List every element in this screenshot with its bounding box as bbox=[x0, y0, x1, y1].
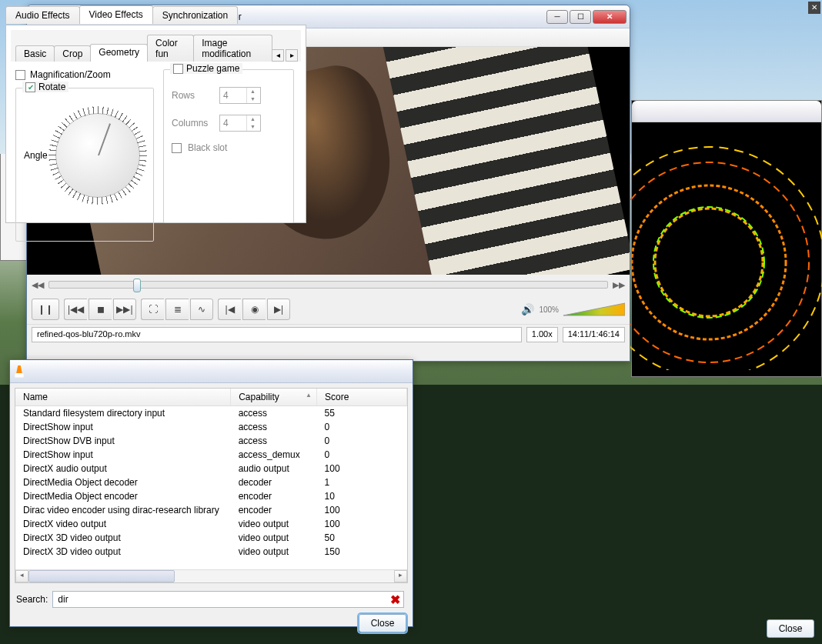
angle-dial[interactable] bbox=[55, 113, 140, 198]
col-name[interactable]: Name bbox=[15, 389, 231, 406]
record-button[interactable]: ◉ bbox=[242, 299, 266, 320]
table-row[interactable]: DirectX 3D video outputvideo output150 bbox=[15, 545, 407, 559]
close-button[interactable]: Close bbox=[359, 614, 406, 632]
close-button[interactable] bbox=[593, 10, 627, 24]
playback-speed[interactable]: 1.00x bbox=[526, 327, 558, 342]
rows-stepper[interactable]: ▲▼ bbox=[219, 87, 261, 104]
modules-table[interactable]: Name Capability▲ Score Standard filesyst… bbox=[15, 388, 408, 583]
vlc-cone-icon bbox=[13, 365, 25, 378]
now-playing-field[interactable]: refined-qos-blu720p-ro.mkv bbox=[32, 327, 522, 342]
columns-stepper[interactable]: ▲▼ bbox=[219, 115, 261, 132]
chevron-down-icon: ▼ bbox=[247, 123, 259, 131]
modules-titlebar[interactable] bbox=[10, 360, 413, 383]
fullscreen-button[interactable]: ⛶ bbox=[141, 299, 164, 320]
col-capability[interactable]: Capability▲ bbox=[231, 389, 317, 406]
rotate-checkbox[interactable] bbox=[25, 82, 35, 92]
svg-point-3 bbox=[609, 162, 809, 362]
speaker-icon[interactable]: 🔊 bbox=[521, 303, 534, 315]
frame-fwd-button[interactable]: ▶| bbox=[267, 299, 290, 320]
stop-button[interactable]: ◼ bbox=[89, 299, 112, 320]
search-label: Search: bbox=[16, 594, 48, 605]
tab-crop[interactable]: Crop bbox=[54, 45, 91, 62]
rows-label: Rows bbox=[172, 90, 213, 101]
table-row[interactable]: DirectShow DVB inputaccess0 bbox=[15, 434, 407, 448]
puzzle-checkbox[interactable] bbox=[173, 64, 183, 74]
chevron-up-icon: ▲ bbox=[247, 88, 259, 95]
tab-video-effects[interactable]: Video Effects bbox=[79, 5, 153, 24]
table-row[interactable]: DirectMedia Object decoderdecoder1 bbox=[15, 475, 407, 489]
close-button[interactable]: Close bbox=[767, 619, 814, 638]
table-row[interactable]: Dirac video encoder using dirac-research… bbox=[15, 503, 407, 517]
table-row[interactable]: DirectX audio outputaudio output100 bbox=[15, 462, 407, 475]
chevron-down-icon: ▼ bbox=[247, 95, 259, 103]
columns-label: Columns bbox=[172, 118, 213, 128]
scroll-thumb[interactable] bbox=[28, 570, 175, 582]
seek-fwd-icon[interactable]: ▶▶ bbox=[613, 280, 625, 290]
modules-window: Name Capability▲ Score Standard filesyst… bbox=[9, 359, 413, 627]
sort-indicator-icon: ▲ bbox=[306, 392, 312, 399]
tab-audio-effects[interactable]: Audio Effects bbox=[5, 6, 80, 24]
next-track-button[interactable]: ▶▶| bbox=[113, 299, 136, 320]
black-slot-label: Black slot bbox=[188, 142, 227, 153]
angle-label: Angle bbox=[24, 150, 48, 161]
search-input[interactable] bbox=[52, 591, 404, 608]
puzzle-label: Puzzle game bbox=[186, 63, 239, 74]
visualization-window bbox=[631, 100, 822, 377]
volume-slider[interactable] bbox=[563, 302, 625, 317]
frame-back-button[interactable]: |◀ bbox=[218, 299, 241, 320]
pause-button[interactable]: ❙❙ bbox=[32, 299, 59, 320]
video-effects-subtabs: Basic Crop Geometry Color fun Image modi… bbox=[11, 30, 301, 62]
tab-basic[interactable]: Basic bbox=[15, 45, 55, 62]
col-score[interactable]: Score bbox=[317, 389, 407, 406]
tab-scroll-left-icon[interactable]: ◂ bbox=[272, 49, 284, 62]
tab-synchronization[interactable]: Synchronization bbox=[152, 6, 238, 24]
tab-geometry[interactable]: Geometry bbox=[90, 44, 148, 62]
maximize-button[interactable] bbox=[570, 10, 591, 24]
rotate-label: Rotate bbox=[38, 82, 65, 92]
table-row[interactable]: DirectMedia Object encoderencoder10 bbox=[15, 489, 407, 503]
effects-window: ✕ Audio Effects Video Effects Synchroniz… bbox=[0, 0, 312, 261]
puzzle-group: Puzzle game Rows ▲▼ Columns ▲▼ bbox=[163, 69, 294, 223]
ext-settings-button[interactable]: ∿ bbox=[190, 299, 213, 320]
magnification-label: Magnification/Zoom bbox=[30, 69, 111, 80]
rotate-group: Rotate Angle bbox=[15, 88, 154, 242]
minimize-button[interactable] bbox=[546, 10, 568, 24]
horizontal-scrollbar[interactable]: ◂ ▸ bbox=[15, 569, 407, 582]
tab-color-fun[interactable]: Color fun bbox=[147, 35, 194, 62]
tab-scroll-right-icon[interactable]: ▸ bbox=[286, 49, 298, 62]
scroll-right-button[interactable]: ▸ bbox=[394, 570, 407, 582]
table-row[interactable]: DirectX video outputvideo output100 bbox=[15, 517, 407, 531]
seek-back-icon[interactable]: ◀◀ bbox=[32, 280, 44, 290]
svg-point-0 bbox=[655, 209, 763, 316]
tab-image-modification[interactable]: Image modification bbox=[193, 35, 272, 62]
chevron-up-icon: ▲ bbox=[247, 115, 259, 123]
table-row[interactable]: Standard filesystem directory inputacces… bbox=[15, 406, 407, 421]
scroll-left-button[interactable]: ◂ bbox=[15, 570, 28, 582]
table-row[interactable]: DirectShow inputaccess_demux0 bbox=[15, 448, 407, 462]
volume-label: 100% bbox=[539, 305, 559, 314]
seek-slider[interactable] bbox=[48, 281, 608, 289]
prev-track-button[interactable]: |◀◀ bbox=[64, 299, 87, 320]
time-display[interactable]: 14:11/1:46:14 bbox=[563, 327, 625, 342]
black-slot-checkbox[interactable] bbox=[172, 143, 182, 153]
table-row[interactable]: DirectShow inputaccess0 bbox=[15, 420, 407, 434]
table-row[interactable]: DirectX 3D video outputvideo output50 bbox=[15, 531, 407, 545]
playlist-button[interactable]: ≣ bbox=[165, 299, 189, 320]
close-icon[interactable]: ✕ bbox=[808, 2, 820, 14]
clear-search-icon[interactable]: ✖ bbox=[390, 592, 400, 607]
magnification-checkbox[interactable] bbox=[15, 70, 25, 80]
